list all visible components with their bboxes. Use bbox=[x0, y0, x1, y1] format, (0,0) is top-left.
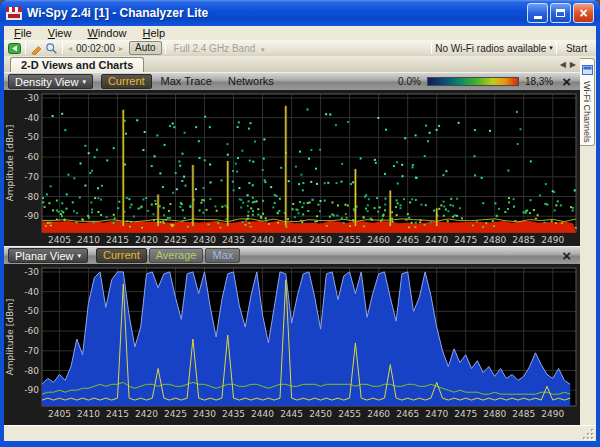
svg-text:-90: -90 bbox=[24, 385, 39, 395]
svg-text:-80: -80 bbox=[24, 366, 39, 376]
svg-text:2405: 2405 bbox=[48, 409, 71, 419]
planar-average-button[interactable]: Average bbox=[149, 248, 204, 263]
chevron-down-icon: ▾ bbox=[82, 78, 86, 86]
svg-text:2450: 2450 bbox=[309, 409, 332, 419]
density-close-button[interactable]: × bbox=[559, 74, 574, 89]
svg-text:2445: 2445 bbox=[280, 235, 303, 245]
time-increase-button[interactable]: ▸ bbox=[117, 44, 125, 53]
maximize-button[interactable] bbox=[550, 3, 571, 23]
svg-text:Amplitude [dBm]: Amplitude [dBm] bbox=[5, 299, 15, 376]
minimize-button[interactable] bbox=[527, 3, 548, 23]
planar-current-button[interactable]: Current bbox=[96, 248, 147, 263]
planar-view-header: Planar View▾ Current Average Max × bbox=[4, 246, 580, 264]
planar-max-button[interactable]: Max bbox=[205, 248, 240, 263]
density-legend-max: 18,3% bbox=[525, 76, 553, 87]
minimize-icon bbox=[534, 16, 542, 19]
svg-text:-40: -40 bbox=[24, 113, 39, 123]
wifi-radios-select[interactable]: No Wi-Fi radios available▾ bbox=[435, 43, 553, 54]
menu-bar: File View Window Help bbox=[4, 26, 596, 40]
title-bar: Wi-Spy 2.4i [1] - Chanalyzer Lite × bbox=[0, 0, 600, 26]
svg-text:-70: -70 bbox=[24, 172, 39, 182]
svg-text:-40: -40 bbox=[24, 287, 39, 297]
toolbar-separator bbox=[431, 42, 432, 54]
density-view-header: Density View▾ Current Max Trace Networks… bbox=[4, 72, 580, 90]
auto-button[interactable]: Auto bbox=[129, 41, 162, 55]
wifi-channels-icon bbox=[582, 61, 593, 79]
toolbar-separator bbox=[165, 42, 166, 54]
svg-text:-30: -30 bbox=[24, 267, 39, 277]
planar-view-select[interactable]: Planar View▾ bbox=[8, 248, 88, 263]
time-decrease-button[interactable]: ◂ bbox=[66, 44, 74, 53]
svg-text:2465: 2465 bbox=[396, 409, 419, 419]
tab-2d-views-and-charts[interactable]: 2-D Views and Charts bbox=[10, 57, 144, 72]
svg-text:2450: 2450 bbox=[309, 235, 332, 245]
planar-chart[interactable]: 2405241024152420242524302435244024452450… bbox=[4, 264, 580, 420]
svg-text:2475: 2475 bbox=[454, 235, 477, 245]
svg-text:-80: -80 bbox=[24, 192, 39, 202]
svg-text:-50: -50 bbox=[24, 132, 39, 142]
svg-text:2440: 2440 bbox=[251, 409, 274, 419]
svg-text:2485: 2485 bbox=[512, 409, 535, 419]
svg-text:2470: 2470 bbox=[425, 409, 448, 419]
svg-text:-30: -30 bbox=[24, 93, 39, 103]
svg-text:2490: 2490 bbox=[541, 235, 564, 245]
side-tab-wifi-channels[interactable]: Wi-Fi Channels bbox=[580, 58, 595, 146]
window-title: Wi-Spy 2.4i [1] - Chanalyzer Lite bbox=[27, 6, 527, 20]
close-icon: × bbox=[579, 6, 587, 20]
svg-text:2455: 2455 bbox=[338, 235, 361, 245]
svg-text:2460: 2460 bbox=[367, 409, 390, 419]
density-legend-min: 0.0% bbox=[398, 76, 421, 87]
close-button[interactable]: × bbox=[573, 3, 594, 23]
toolbar: ◂ 00:02:00 ▸ Auto Full 2.4 GHz Band ▾ No… bbox=[4, 40, 596, 56]
svg-text:-50: -50 bbox=[24, 306, 39, 316]
svg-text:-60: -60 bbox=[24, 326, 39, 336]
svg-text:2430: 2430 bbox=[193, 409, 216, 419]
svg-text:2445: 2445 bbox=[280, 409, 303, 419]
density-networks-button[interactable]: Networks bbox=[221, 74, 281, 89]
svg-text:2455: 2455 bbox=[338, 409, 361, 419]
svg-text:2420: 2420 bbox=[135, 235, 158, 245]
planar-close-button[interactable]: × bbox=[559, 248, 574, 263]
svg-text:2480: 2480 bbox=[483, 235, 506, 245]
tab-strip: 2-D Views and Charts ◀ ▶ bbox=[4, 56, 580, 72]
menu-help[interactable]: Help bbox=[135, 26, 174, 40]
zoom-icon[interactable] bbox=[44, 41, 59, 55]
side-tab-label: Wi-Fi Channels bbox=[582, 81, 592, 143]
app-window: Wi-Spy 2.4i [1] - Chanalyzer Lite × File… bbox=[0, 0, 600, 447]
density-chart[interactable]: 2405241024152420242524302435244024452450… bbox=[4, 90, 580, 246]
svg-text:2440: 2440 bbox=[251, 235, 274, 245]
density-legend-gradient bbox=[427, 77, 519, 86]
svg-text:-70: -70 bbox=[24, 346, 39, 356]
svg-text:2420: 2420 bbox=[135, 409, 158, 419]
menu-view[interactable]: View bbox=[40, 26, 80, 40]
chevron-down-icon: ▾ bbox=[78, 252, 82, 260]
tab-scroll-left[interactable]: ◀ bbox=[560, 60, 566, 69]
content-area: Density View▾ Current Max Trace Networks… bbox=[4, 72, 580, 425]
app-icon bbox=[6, 6, 23, 21]
pencil-icon[interactable] bbox=[29, 41, 44, 55]
svg-text:Amplitude [dBm]: Amplitude [dBm] bbox=[5, 125, 15, 202]
svg-text:2405: 2405 bbox=[48, 235, 71, 245]
svg-text:2435: 2435 bbox=[222, 409, 245, 419]
svg-text:2435: 2435 bbox=[222, 235, 245, 245]
menu-file[interactable]: File bbox=[6, 26, 40, 40]
svg-text:2475: 2475 bbox=[454, 409, 477, 419]
svg-text:2430: 2430 bbox=[193, 235, 216, 245]
menu-window[interactable]: Window bbox=[79, 26, 134, 40]
density-max-trace-button[interactable]: Max Trace bbox=[154, 74, 219, 89]
svg-text:-90: -90 bbox=[24, 211, 39, 221]
start-button[interactable]: Start bbox=[560, 43, 593, 54]
status-bar bbox=[4, 425, 596, 441]
time-span-value: 00:02:00 bbox=[74, 43, 117, 54]
svg-text:2490: 2490 bbox=[541, 409, 564, 419]
svg-text:2470: 2470 bbox=[425, 235, 448, 245]
density-current-button[interactable]: Current bbox=[101, 74, 152, 89]
resize-grip[interactable] bbox=[582, 427, 595, 440]
svg-text:2465: 2465 bbox=[396, 235, 419, 245]
toolbar-separator bbox=[25, 42, 26, 54]
device-icon[interactable] bbox=[7, 41, 22, 55]
density-view-select[interactable]: Density View▾ bbox=[8, 74, 93, 89]
tab-scroll-right[interactable]: ▶ bbox=[570, 60, 576, 69]
svg-text:2480: 2480 bbox=[483, 409, 506, 419]
band-select[interactable]: Full 2.4 GHz Band ▾ bbox=[169, 43, 270, 54]
